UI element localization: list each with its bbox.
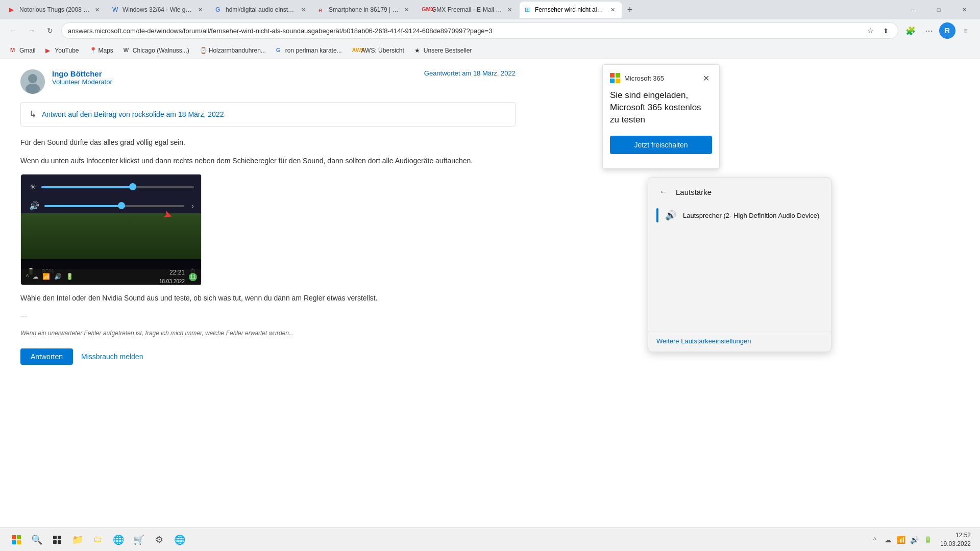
reply-button[interactable]: Antworten (20, 348, 73, 365)
tab-1[interactable]: ▶ Notorious Thugs (2008 Re... ✕ (4, 2, 106, 18)
bookmark-gmail[interactable]: M Gmail (6, 45, 39, 56)
volume-popup-header: ← Lautstärke (648, 178, 831, 203)
tab-2-favicon: W (112, 6, 119, 13)
bestseller-icon: ★ (414, 47, 422, 54)
taskbar-taskview-button[interactable] (47, 530, 67, 550)
tray-wifi-icon[interactable]: 📶 (896, 535, 906, 545)
taskbar-clock[interactable]: 12:52 19.03.2022 (937, 531, 974, 548)
tab-6[interactable]: ⊞ Fernseher wird nicht als So... ✕ (520, 2, 622, 18)
ms365-cta-button[interactable]: Jetzt freischalten (610, 136, 712, 154)
tab-6-close[interactable]: ✕ (608, 6, 617, 14)
taskbar-store-button[interactable]: 🛒 (129, 530, 149, 550)
desktop-background (21, 213, 202, 259)
tab-3-label: hdmi/digital audio einstell... (226, 6, 296, 13)
post-date: Geantwortet am 18 März, 2022 (424, 69, 516, 77)
minimize-button[interactable]: ─ (901, 0, 925, 19)
bookmark-perlman-label: ron perlman karate... (285, 47, 342, 54)
bookmark-maps[interactable]: 📍 Maps (85, 45, 117, 56)
bookmarks-bar: M Gmail ▶ YouTube 📍 Maps W Chicago (Waln… (0, 42, 980, 59)
tab-2[interactable]: W Windows 32/64 - Wie geb... ✕ (107, 2, 209, 18)
tab-5-close[interactable]: ✕ (505, 6, 513, 14)
taskbar-explorer-button[interactable]: 🗂 (88, 530, 108, 550)
url-text: answers.microsoft.com/de-de/windows/foru… (68, 27, 860, 35)
svg-rect-3 (610, 73, 615, 78)
close-button[interactable]: ✕ (952, 0, 976, 19)
taskbar-teams-button[interactable]: 📁 (67, 530, 88, 550)
volume-slider-fill (44, 205, 121, 207)
maximize-button[interactable]: □ (927, 0, 950, 19)
volume-device-name: Lautsprecher (2- High Definition Audio D… (683, 212, 819, 219)
bookmark-aws[interactable]: AWS AWS: Übersicht (348, 45, 408, 56)
svg-point-1 (28, 74, 37, 83)
report-button[interactable]: Missbrauch melden (79, 348, 145, 365)
tray-cloud-icon[interactable]: ☁ (883, 535, 893, 545)
tab-2-close[interactable]: ✕ (196, 6, 204, 14)
tray-battery-icon[interactable]: 🔋 (923, 535, 933, 545)
volume-device-item[interactable]: 🔊 Lautsprecher (2- High Definition Audio… (648, 203, 831, 228)
tray-volume-icon[interactable]: 🔊 (910, 535, 920, 545)
profile-button[interactable]: R (939, 22, 955, 39)
taskbar-start-button[interactable] (6, 530, 27, 550)
tab-4[interactable]: e Smartphone in 86179 | eBa... ✕ (313, 2, 415, 18)
taskbar-settings-button[interactable]: ⚙ (149, 530, 169, 550)
volume-selected-indicator (656, 208, 658, 222)
volume-chevron-icon: › (191, 199, 194, 213)
speaker-icon: 🔊 (665, 209, 677, 221)
svg-rect-13 (53, 540, 57, 544)
svg-rect-14 (58, 540, 61, 544)
bookmark-bestseller-label: Unsere Bestseller (424, 47, 472, 54)
extensions-icon[interactable]: 🧩 (902, 22, 919, 39)
bookmark-youtube-label: YouTube (55, 47, 79, 54)
tray-chevron-icon[interactable]: ^ (870, 535, 880, 545)
post-separator: --- (20, 311, 516, 321)
forward-button[interactable]: → (24, 23, 39, 38)
img-taskbar-row2: ^ ☁ 📶 🔊 🔋 22:21 18.03.2022 11 (21, 269, 202, 285)
bookmark-bestseller[interactable]: ★ Unsere Bestseller (410, 45, 476, 56)
reading-list-icon[interactable]: ≡ (958, 22, 974, 39)
volume-slider-track (44, 205, 184, 207)
refresh-button[interactable]: ↻ (43, 23, 57, 38)
bookmark-perlman[interactable]: G ron perlman karate... (272, 45, 346, 56)
post-paragraph-1: Für den Sound dürfte das alles grad völl… (20, 137, 516, 148)
taskbar-chrome-button[interactable]: 🌐 (169, 530, 190, 550)
bookmark-chicago[interactable]: W Chicago (Walnuss...) (119, 45, 193, 56)
img-tray-icon-3: 📶 (42, 272, 50, 282)
author-name[interactable]: Ingo Böttcher (52, 69, 417, 78)
reply-quote[interactable]: ↳ Antwort auf den Beitrag von rocksolide… (20, 102, 516, 127)
tab-1-close[interactable]: ✕ (93, 6, 101, 14)
taskbar-search-button[interactable]: 🔍 (27, 530, 47, 550)
aws-icon: AWS (352, 47, 359, 54)
gmail-icon: M (10, 47, 17, 54)
address-bar: ← → ↻ answers.microsoft.com/de-de/window… (0, 19, 980, 42)
more-actions-icon[interactable]: ⋯ (921, 22, 937, 39)
bookmark-holz[interactable]: ⌚ Holzarmbanduhren... (195, 45, 270, 56)
tab-1-favicon: ▶ (9, 6, 16, 13)
brightness-slider-track (41, 186, 194, 188)
tab-6-favicon: ⊞ (525, 6, 532, 13)
volume-back-button[interactable]: ← (656, 185, 671, 199)
author-role: Volunteer Moderator (52, 78, 417, 86)
post-meta: Ingo Böttcher Volunteer Moderator (52, 69, 417, 86)
back-button[interactable]: ← (6, 23, 20, 38)
new-tab-button[interactable]: + (623, 3, 637, 17)
youtube-icon: ▶ (45, 47, 53, 54)
tab-5[interactable]: GMX GMX Freemail - E-Mail ma... ✕ (416, 2, 519, 18)
volume-more-settings-link[interactable]: Weitere Lautstärkeeinstellungen (656, 337, 751, 345)
tab-3-close[interactable]: ✕ (299, 6, 307, 14)
share-icon[interactable]: ⬆ (879, 24, 892, 37)
url-bar[interactable]: answers.microsoft.com/de-de/windows/foru… (61, 22, 898, 39)
taskbar-edge-button[interactable]: 🌐 (108, 530, 129, 550)
bookmark-star-icon[interactable]: ☆ (864, 24, 876, 37)
post-actions: Antworten Missbrauch melden (20, 348, 516, 365)
tab-3[interactable]: G hdmi/digital audio einstell... ✕ (210, 2, 312, 18)
svg-rect-11 (53, 536, 57, 539)
tab-4-close[interactable]: ✕ (402, 6, 410, 14)
forum-content: Ingo Böttcher Volunteer Moderator Geantw… (0, 59, 536, 528)
avatar (20, 69, 45, 94)
bookmark-youtube[interactable]: ▶ YouTube (41, 45, 83, 56)
ms365-close-button[interactable]: ✕ (700, 72, 712, 84)
img-tray-icon-5: 🔋 (66, 272, 74, 282)
svg-point-2 (26, 84, 40, 94)
volume-popup: ← Lautstärke 🔊 Lautsprecher (2- High Def… (648, 177, 831, 352)
holz-icon: ⌚ (200, 47, 207, 54)
